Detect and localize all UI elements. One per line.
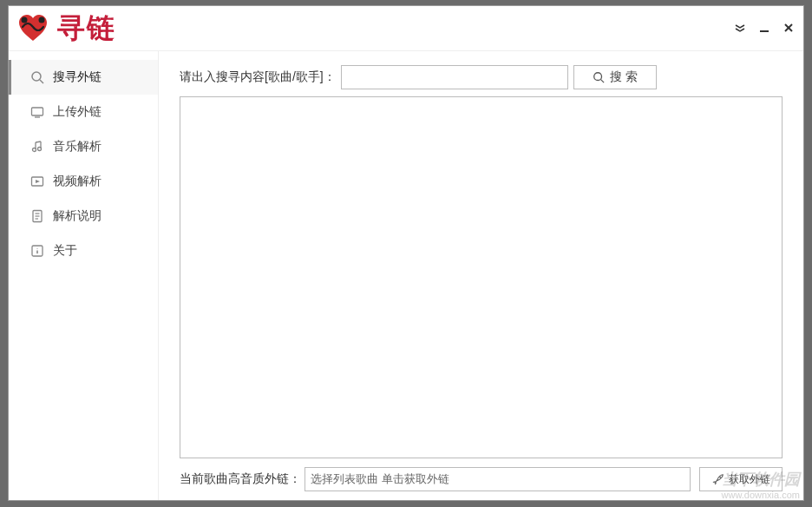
sidebar-item-upload[interactable]: 上传外链: [9, 95, 158, 129]
music-icon: [30, 140, 44, 154]
rocket-icon: [712, 473, 724, 485]
main-panel: 请出入搜寻内容[歌曲/歌手]： 搜 索 当前歌曲高音质外链： 获取外: [159, 51, 803, 500]
sidebar-item-about[interactable]: 关于: [9, 234, 158, 268]
svg-point-5: [32, 72, 41, 81]
search-icon: [593, 71, 605, 83]
svg-line-6: [40, 80, 43, 83]
sidebar: 搜寻外链 上传外链 音乐解析 视频解析: [9, 51, 159, 500]
sidebar-item-music[interactable]: 音乐解析: [9, 129, 158, 164]
sidebar-item-doc[interactable]: 解析说明: [9, 199, 158, 234]
sidebar-item-label: 上传外链: [53, 104, 102, 120]
get-link-button[interactable]: 获取外链: [699, 467, 783, 491]
sidebar-item-label: 解析说明: [53, 208, 102, 224]
search-button-label: 搜 索: [610, 69, 638, 85]
bottom-label: 当前歌曲高音质外链：: [180, 471, 301, 487]
titlebar-left: 寻链: [16, 10, 116, 48]
search-button[interactable]: 搜 索: [573, 65, 657, 89]
sidebar-item-label: 关于: [53, 243, 77, 259]
svg-point-19: [593, 73, 601, 81]
svg-point-0: [22, 16, 28, 23]
menu-icon[interactable]: [734, 23, 746, 35]
hq-link-input[interactable]: [304, 467, 691, 491]
svg-point-10: [38, 148, 42, 151]
svg-point-9: [33, 148, 36, 152]
body: 搜寻外链 上传外链 音乐解析 视频解析: [9, 51, 803, 500]
search-label: 请出入搜寻内容[歌曲/歌手]：: [180, 69, 336, 85]
window-controls: [734, 23, 795, 35]
sidebar-item-label: 视频解析: [53, 174, 102, 189]
sidebar-item-label: 音乐解析: [53, 139, 102, 155]
close-icon[interactable]: [783, 23, 795, 35]
titlebar: 寻链: [9, 6, 803, 51]
minimize-icon[interactable]: [758, 23, 770, 35]
svg-point-1: [39, 16, 45, 23]
search-row: 请出入搜寻内容[歌曲/歌手]： 搜 索: [180, 65, 783, 89]
result-list[interactable]: [180, 96, 783, 458]
search-input[interactable]: [341, 65, 568, 89]
app-title: 寻链: [57, 10, 116, 48]
sidebar-item-video[interactable]: 视频解析: [9, 164, 158, 199]
video-icon: [30, 174, 44, 188]
get-link-button-label: 获取外链: [729, 472, 770, 487]
sidebar-item-label: 搜寻外链: [53, 69, 102, 85]
sidebar-item-search[interactable]: 搜寻外链: [9, 60, 158, 95]
app-logo-icon: [16, 11, 50, 46]
bottom-row: 当前歌曲高音质外链： 获取外链: [180, 467, 783, 491]
svg-line-20: [600, 80, 604, 83]
app-window: 寻链 搜寻外链: [8, 5, 804, 501]
search-icon: [30, 70, 44, 84]
upload-icon: [30, 105, 44, 119]
doc-icon: [30, 209, 44, 223]
svg-point-21: [719, 477, 721, 478]
svg-rect-7: [32, 108, 43, 115]
about-icon: [30, 244, 44, 258]
